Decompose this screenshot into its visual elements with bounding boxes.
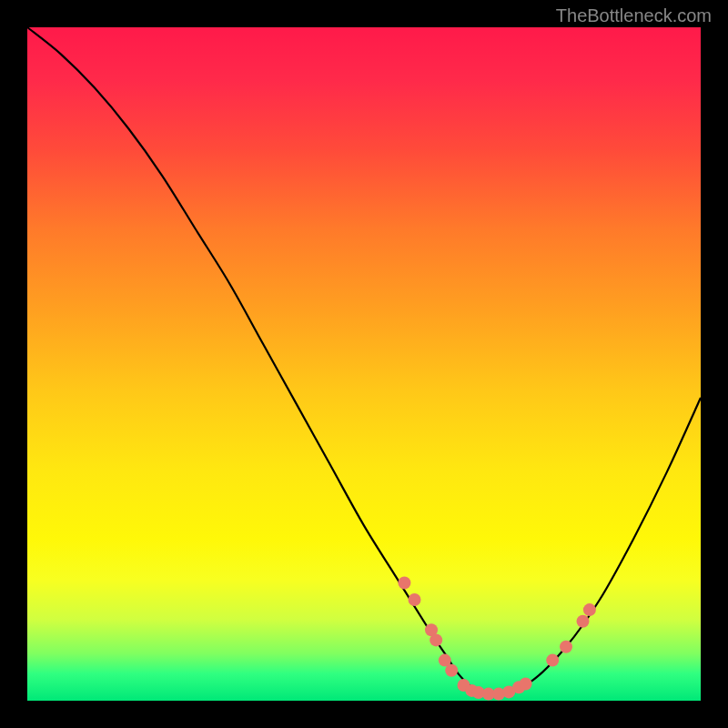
bottleneck-curve	[27, 27, 701, 695]
curve-marker	[560, 641, 572, 653]
curve-markers	[398, 577, 596, 701]
curve-marker	[409, 593, 421, 606]
curve-marker	[520, 678, 532, 691]
curve-marker	[546, 654, 559, 667]
curve-marker	[583, 603, 596, 616]
curve-marker	[445, 664, 458, 677]
chart-svg	[27, 27, 701, 701]
curve-marker	[577, 615, 590, 628]
curve-marker	[430, 633, 442, 646]
plot-area	[27, 27, 701, 701]
watermark-text: TheBottleneck.com	[556, 5, 712, 26]
curve-marker	[398, 577, 410, 590]
